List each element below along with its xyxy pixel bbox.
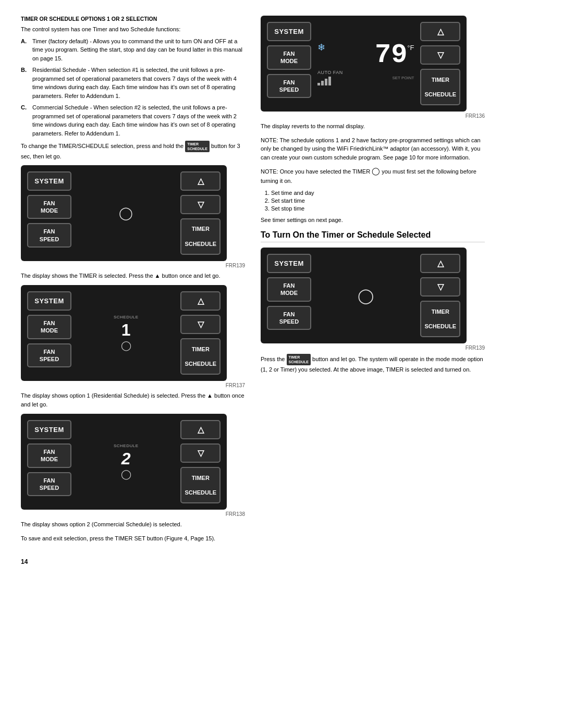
left-buttons-bottom: SYSTEM FANMODE FANSPEED — [267, 254, 311, 337]
panel-top-wrapper: SYSTEM FANMODE FANSPEED ❄ — [261, 16, 485, 131]
timer-schedule-button-1[interactable]: TIMER SCHEDULE — [180, 218, 221, 255]
list-content-a: Timer (factory default) - Allows you to … — [32, 37, 245, 63]
center-temp-display: ❄ 79 °F AUTO FAN — [315, 22, 416, 105]
down-button-bottom[interactable]: ▽ — [420, 277, 460, 297]
control-panel-2: SYSTEM FANMODE FANSPEED SCHEDULE 1 ◯ — [21, 285, 227, 381]
intro-text: The control system has one Timer and two… — [21, 25, 245, 34]
temp-unit: °F — [407, 44, 414, 52]
fan-speed-button-2[interactable]: FANSPEED — [27, 343, 71, 368]
panel-1-wrapper: SYSTEM FANMODE FANSPEED ◯ △ ▽ — [21, 165, 245, 280]
frr-label-2: FRR137 — [21, 382, 245, 388]
fan-mode-button-3[interactable]: FANMODE — [27, 443, 71, 468]
up-button-bottom[interactable]: △ — [420, 254, 460, 273]
clock-icon-bottom: ◯ — [358, 287, 374, 304]
section-title: TIMER OR SCHEDULE OPTIONS 1 OR 2 SELECTI… — [21, 16, 245, 22]
frr-label-bottom: FRR139 — [261, 345, 485, 351]
center-display-bottom: ◯ — [315, 254, 416, 337]
center-value-2: 1 — [121, 320, 131, 340]
right-buttons-col-3: △ ▽ TIMER SCHEDULE — [180, 420, 221, 503]
timer-schedule-inline-btn-2: TIMERSCHEDULE — [287, 354, 311, 365]
down-button-1[interactable]: ▽ — [180, 195, 221, 214]
system-button-top[interactable]: SYSTEM — [267, 22, 311, 41]
clock-icon-2: ◯ — [121, 340, 131, 351]
caption-3: The display shows option 2 (Commercial S… — [21, 520, 245, 529]
center-value-3: 2 — [121, 449, 131, 468]
center-display-3: SCHEDULE 2 ◯ — [76, 420, 176, 503]
note-2: NOTE: Once you have selected the TIMER ◯… — [261, 166, 485, 186]
up-button-2[interactable]: △ — [180, 291, 221, 311]
system-button-1[interactable]: SYSTEM — [27, 171, 71, 191]
control-panel-1: SYSTEM FANMODE FANSPEED ◯ △ ▽ — [21, 165, 227, 261]
list-label-c: C. — [21, 103, 29, 138]
down-button-3[interactable]: ▽ — [180, 443, 221, 463]
list-item-1: Set time and day — [271, 190, 485, 196]
see-timer-text: See timer settings on next page. — [261, 216, 485, 225]
signal-bars — [317, 75, 331, 85]
timer-schedule-button-3[interactable]: TIMER SCHEDULE — [180, 467, 221, 503]
clock-icon-1: ◯ — [119, 206, 133, 220]
system-button-3[interactable]: SYSTEM — [27, 420, 71, 439]
fan-mode-button-bottom[interactable]: FANMODE — [267, 277, 311, 302]
schedule-label-1: SCHEDULE — [185, 240, 216, 248]
system-button-bottom[interactable]: SYSTEM — [267, 254, 311, 273]
list-content-c: Commercial Schedule - When selection #2 … — [32, 103, 245, 138]
timer-schedule-inline-btn: TIMERSCHEDULE — [185, 141, 210, 152]
up-button-1[interactable]: △ — [180, 171, 221, 191]
down-button-top[interactable]: ▽ — [420, 45, 460, 65]
fan-speed-button-3[interactable]: FANSPEED — [27, 472, 71, 497]
panel-2-wrapper: SYSTEM FANMODE FANSPEED SCHEDULE 1 ◯ — [21, 285, 245, 409]
section-heading: To Turn On the Timer or Schedule Selecte… — [261, 230, 485, 242]
left-buttons-col-2: SYSTEM FANMODE FANSPEED — [27, 291, 71, 375]
left-buttons-col-1: SYSTEM FANMODE FANSPEED — [27, 171, 71, 255]
page-number: 14 — [21, 558, 245, 565]
save-text: To save and exit selection, press the TI… — [21, 534, 245, 543]
left-buttons-col-3: SYSTEM FANMODE FANSPEED — [27, 420, 71, 503]
schedule-small-label-3: SCHEDULE — [114, 443, 139, 448]
right-buttons-col-1: △ ▽ TIMER SCHEDULE — [180, 171, 221, 255]
center-display-2: SCHEDULE 1 ◯ — [76, 291, 176, 375]
control-panel-3: SYSTEM FANMODE FANSPEED SCHEDULE 2 ◯ — [21, 414, 227, 510]
list-item-3: Set stop time — [271, 205, 485, 212]
fan-mode-button-2[interactable]: FANMODE — [27, 315, 71, 339]
fan-speed-button-1[interactable]: FANSPEED — [27, 223, 71, 248]
right-buttons-top: △ ▽ TIMER SCHEDULE — [420, 22, 460, 105]
list-label-a: A. — [21, 37, 29, 63]
frr-label-1: FRR139 — [21, 263, 245, 268]
panel-3-wrapper: SYSTEM FANMODE FANSPEED SCHEDULE 2 ◯ — [21, 414, 245, 529]
list-item-c: C. Commercial Schedule - When selection … — [21, 103, 245, 138]
fan-mode-button-top[interactable]: FANMODE — [267, 45, 311, 70]
control-panel-bottom: SYSTEM FANMODE FANSPEED ◯ △ ▽ — [261, 248, 467, 343]
frr-label-top: FRR136 — [261, 113, 485, 119]
timer-circle-icon: ◯ — [372, 167, 380, 175]
control-panel-top: SYSTEM FANMODE FANSPEED ❄ — [261, 16, 467, 112]
up-button-top[interactable]: △ — [420, 22, 460, 41]
timer-schedule-button-top[interactable]: TIMER SCHEDULE — [420, 69, 460, 105]
clock-icon-3: ◯ — [121, 468, 131, 480]
caption-1: The display shows the TIMER is selected.… — [21, 272, 245, 280]
right-column: SYSTEM FANMODE FANSPEED ❄ — [261, 16, 485, 565]
system-button-2[interactable]: SYSTEM — [27, 291, 71, 311]
caption-2: The display shows option 1 (Residential … — [21, 391, 245, 409]
up-button-3[interactable]: △ — [180, 420, 221, 439]
list-item-b: B. Residential Schedule - When selection… — [21, 66, 245, 100]
timer-schedule-button-2[interactable]: TIMER SCHEDULE — [180, 338, 221, 375]
fan-speed-button-top[interactable]: FANSPEED — [267, 74, 311, 98]
list-item-2: Set start time — [271, 198, 485, 204]
temperature-display: 79 — [375, 42, 407, 69]
down-button-2[interactable]: ▽ — [180, 315, 221, 334]
list-item-a: A. Timer (factory default) - Allows you … — [21, 37, 245, 63]
fan-speed-button-bottom[interactable]: FANSPEED — [267, 306, 311, 330]
left-column: TIMER OR SCHEDULE OPTIONS 1 OR 2 SELECTI… — [21, 16, 245, 565]
frr-label-3: FRR138 — [21, 511, 245, 517]
left-buttons-top: SYSTEM FANMODE FANSPEED — [267, 22, 311, 105]
set-point-label: SET POINT — [392, 76, 414, 80]
timer-label-1: TIMER — [192, 225, 210, 232]
press-instruction: To change the TIMER/SCHEDULE selection, … — [21, 141, 245, 161]
fan-mode-button-1[interactable]: FANMODE — [27, 195, 71, 219]
right-buttons-bottom: △ ▽ TIMER SCHEDULE — [420, 254, 460, 337]
note-1: NOTE: The schedule options 1 and 2 have … — [261, 136, 485, 162]
timer-schedule-button-bottom[interactable]: TIMER SCHEDULE — [420, 301, 460, 337]
schedule-small-label-2: SCHEDULE — [114, 315, 139, 319]
caption-top: The display reverts to the normal displa… — [261, 122, 485, 131]
list-label-b: B. — [21, 66, 29, 100]
